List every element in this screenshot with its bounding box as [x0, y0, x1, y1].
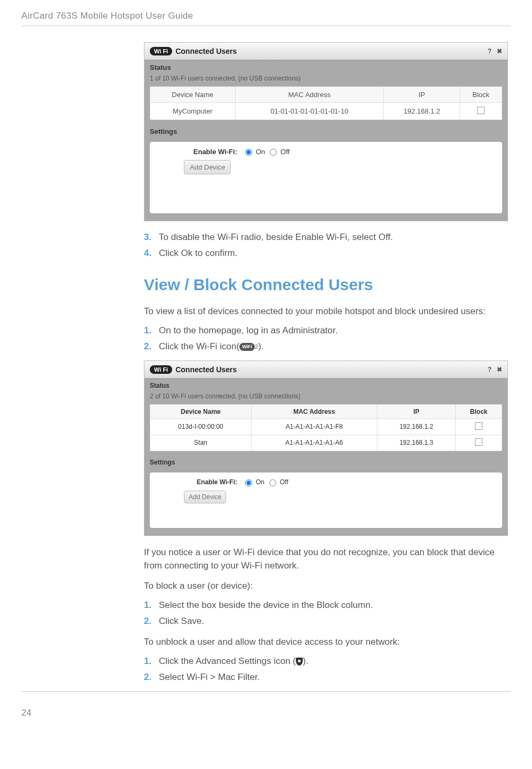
settings-box: Enable Wi-Fi: On Off Add Device: [150, 472, 502, 528]
wifi-icon: Wi Fi: [150, 47, 172, 55]
unblock-intro: To unblock a user and allow that device …: [144, 635, 508, 649]
block-checkbox[interactable]: [477, 107, 485, 114]
step-item: 4.Click Ok to confirm.: [144, 247, 508, 260]
enable-wifi-label: Enable Wi-Fi:: [157, 478, 237, 486]
users-table: Device Name MAC Address IP Block MyCompu…: [150, 86, 502, 120]
step-item: 2. Click the Wi-Fi icon(WiFi2).: [144, 340, 508, 353]
close-icon[interactable]: ✖: [497, 366, 502, 373]
cell-mac: A1-A1-A1-A1-A1-F8: [251, 419, 377, 435]
panel-title: Connected Users: [175, 47, 487, 55]
block-checkbox[interactable]: [475, 422, 482, 430]
col-ip: IP: [377, 404, 456, 419]
col-block: Block: [460, 87, 502, 103]
settings-box: Enable Wi-Fi: On Off Add Device: [150, 142, 502, 213]
connected-users-panel-2: Wi Fi Connected Users ? ✖ Status 2 of 10…: [144, 361, 508, 536]
cell-device: Stan: [150, 435, 252, 451]
on-label: On: [256, 478, 264, 486]
col-device: Device Name: [150, 404, 252, 419]
page-header: AirCard 763S Mobile Hotspot User Guide: [21, 11, 511, 21]
step-text: Click the Advanced Settings icon (: [159, 656, 296, 666]
panel-header: Wi Fi Connected Users ? ✖: [144, 43, 507, 60]
table-row: 013d-I-00:00:00 A1-A1-A1-A1-A1-F8 192.16…: [150, 419, 502, 435]
cell-mac: 01-01-01-01-01-01-01-10: [235, 103, 384, 120]
status-label: Status: [144, 379, 507, 391]
status-text: 2 of 10 Wi-Fi users connected. (no USB c…: [144, 391, 507, 404]
step-item: 1.Select the box beside the device in th…: [144, 599, 508, 612]
cell-ip: 192.168.1.3: [377, 435, 456, 451]
step-text: ).: [303, 656, 308, 666]
step-text: Click the Wi-Fi icon(: [159, 341, 239, 351]
panel-title: Connected Users: [175, 365, 487, 374]
wifi-off-radio[interactable]: [270, 149, 277, 156]
help-icon[interactable]: ?: [488, 47, 491, 55]
shield-icon: [296, 658, 303, 666]
wifi-icon: Wi Fi: [150, 365, 172, 374]
steps-list-a: 3.To disable the Wi-Fi radio, beside Ena…: [144, 231, 508, 260]
steps-list-c: 1.Select the box beside the device in th…: [144, 599, 508, 628]
status-text: 1 of 10 Wi-Fi users connected. (no USB c…: [144, 74, 507, 86]
cell-ip: 192.168.1.2: [384, 103, 460, 120]
settings-label: Settings: [144, 455, 507, 468]
steps-list-b: 1.On to the homepage, log in as Administ…: [144, 324, 508, 353]
col-mac: MAC Address: [235, 87, 384, 103]
add-device-button[interactable]: Add Device: [184, 491, 226, 503]
col-block: Block: [456, 404, 502, 419]
table-row: Stan A1-A1-A1-A1-A1-A6 192.168.1.3: [150, 435, 502, 451]
col-mac: MAC Address: [251, 404, 377, 419]
cell-device: 013d-I-00:00:00: [150, 419, 252, 435]
intro-text: To view a list of devices connected to y…: [144, 305, 508, 318]
status-label: Status: [144, 60, 507, 74]
col-ip: IP: [384, 87, 460, 103]
table-row: MyComputer 01-01-01-01-01-01-01-10 192.1…: [150, 103, 502, 120]
wifi-on-radio[interactable]: [245, 149, 252, 156]
step-item: 2.Click Save.: [144, 615, 508, 628]
steps-list-d: 1. Click the Advanced Settings icon (). …: [144, 655, 508, 684]
wifi-icon: WiFi: [239, 343, 255, 351]
step-item: 2.Select Wi-Fi > Mac Filter.: [144, 671, 508, 684]
enable-wifi-label: Enable Wi-Fi:: [157, 148, 237, 156]
block-intro: To block a user (or device):: [144, 579, 508, 593]
section-heading: View / Block Connected Users: [144, 276, 508, 294]
step-text: ).: [258, 341, 263, 351]
close-icon[interactable]: ✖: [497, 47, 502, 55]
help-icon[interactable]: ?: [488, 366, 491, 373]
wifi-on-radio[interactable]: [245, 479, 252, 486]
block-checkbox[interactable]: [475, 438, 482, 446]
step-item: 1. Click the Advanced Settings icon ().: [144, 655, 508, 668]
step-item: 1.On to the homepage, log in as Administ…: [144, 324, 508, 337]
wifi-off-radio[interactable]: [269, 479, 276, 486]
cell-mac: A1-A1-A1-A1-A1-A6: [251, 435, 377, 451]
on-label: On: [256, 148, 265, 156]
cell-ip: 192.168.1.2: [377, 419, 456, 435]
page-number: 24: [21, 708, 511, 718]
panel-header: Wi Fi Connected Users ? ✖: [144, 361, 507, 379]
notice-text: If you notice a user or Wi-Fi device tha…: [144, 546, 508, 573]
step-item: 3.To disable the Wi-Fi radio, beside Ena…: [144, 231, 508, 244]
divider: [21, 691, 511, 692]
connected-users-panel-1: Wi Fi Connected Users ? ✖ Status 1 of 10…: [144, 42, 508, 221]
add-device-button[interactable]: Add Device: [184, 160, 231, 174]
users-table: Device Name MAC Address IP Block 013d-I-…: [150, 404, 502, 451]
col-device: Device Name: [150, 87, 236, 103]
off-label: Off: [280, 148, 289, 156]
cell-device: MyComputer: [150, 103, 236, 120]
off-label: Off: [280, 478, 288, 486]
divider: [21, 26, 511, 26]
settings-label: Settings: [144, 124, 507, 138]
